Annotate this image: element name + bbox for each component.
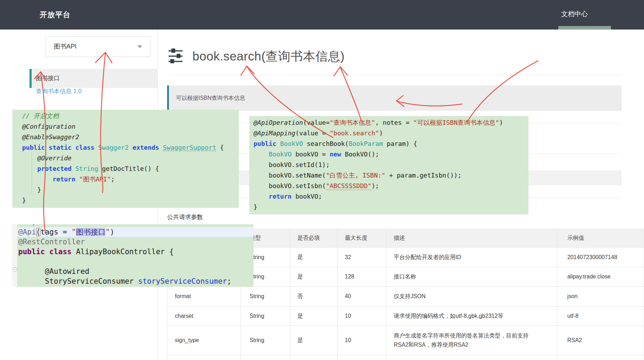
table-cell-empty: [290, 355, 337, 360]
code-line: [12, 257, 254, 266]
code-line: bookVO.setName("白雪公主, ISBN:" + param.get…: [249, 170, 528, 181]
active-group-bar: [29, 69, 32, 88]
code-line: // 开启文档: [12, 111, 239, 121]
info-banner: 可以根据ISBN查询书本信息: [167, 85, 622, 111]
code-line: bookVO.setIsbn("ABCSSSSDDD");: [249, 181, 528, 191]
chevron-down-icon: [137, 45, 142, 48]
page-title: book.search(查询书本信息): [192, 48, 344, 65]
nav-item-doc-center[interactable]: 文档中心: [558, 0, 591, 30]
table-cell-type: String: [241, 287, 290, 307]
code-line: StoryServiceConsumer storyServiceConsume…: [12, 276, 254, 286]
sliders-icon: [169, 48, 184, 65]
code-line: @ApiOperation(value="查询书本信息", notes = "可…: [249, 117, 528, 128]
table-cell-example: utf-8: [557, 307, 644, 326]
sidebar-item-doc-link[interactable]: 查询书本信息 1.0: [36, 87, 81, 96]
table-cell-example: json: [557, 287, 644, 307]
code-line: bookVO.setId(1);: [249, 160, 528, 170]
code-line: protected String getDocTitle() {: [12, 163, 239, 174]
table-cell-empty: [167, 355, 241, 360]
table-cell-max_len: 32: [337, 248, 386, 267]
editor-gutter: [12, 224, 18, 287]
table-row-partial: [167, 355, 644, 360]
table-cell-required: 是: [290, 267, 337, 287]
table-row: formatString否40仅支持JSONjson: [167, 287, 644, 307]
column-header: 描述: [386, 229, 557, 248]
code-screenshot-search-method: @ApiOperation(value="查询书本信息", notes = "可…: [249, 116, 528, 214]
info-banner-text: 可以根据ISBN查询书本信息: [176, 85, 245, 111]
code-line: @Autowired: [12, 266, 254, 276]
table-row: charsetString是10请求使用的编码格式，如utf-8,gbk,gb2…: [167, 307, 644, 326]
table-cell-desc: 接口名称: [386, 267, 557, 287]
table-cell-example: 2014072300007148: [557, 248, 644, 267]
table-cell-required: 是: [290, 326, 337, 355]
table-cell-empty: [386, 355, 557, 360]
code-line: @RestController: [12, 237, 254, 247]
indent-guide: [32, 153, 32, 194]
table-cell-max_len: 10: [337, 326, 386, 355]
table-cell-type: String: [241, 326, 290, 355]
column-header: 最大长度: [337, 229, 386, 248]
code-line: return "图书API";: [12, 174, 239, 185]
sidebar-item-book-api-group[interactable]: 图书接口: [29, 69, 157, 88]
divider: [167, 75, 622, 76]
table-cell-empty: [337, 355, 386, 360]
code-line: public BookVO searchBook(BookParam param…: [249, 139, 528, 149]
code-line: @Api(tags = "图书接口"): [12, 227, 254, 237]
sidebar-group-label: 图书接口: [36, 69, 60, 88]
code-line: BookVO bookVO = new BookVO();: [249, 149, 528, 160]
table-cell-param: charset: [167, 307, 241, 326]
table-row: sign_typeString是10商户生成签名字符串所使用的签名算法类型，目前…: [167, 326, 644, 355]
api-select-dropdown[interactable]: 图书API: [46, 36, 151, 57]
table-cell-required: 是: [290, 307, 337, 326]
table-cell-empty: [241, 355, 290, 360]
collapse-minus-icon: −: [13, 267, 17, 272]
table-cell-desc: 平台分配给开发者的应用ID: [386, 248, 557, 267]
table-cell-empty: [557, 355, 644, 360]
active-tab-indicator: [558, 26, 611, 30]
table-cell-example: RSA2: [557, 326, 644, 355]
code-screenshot-book-controller: − ,@Api(tags = "图书接口")@RestControllerpub…: [12, 224, 254, 287]
code-line: ,: [12, 224, 254, 227]
code-line: }: [12, 185, 239, 195]
top-navbar: 开放平台 文档中心: [0, 0, 644, 30]
info-banner-bar: [167, 85, 169, 111]
table-cell-max_len: 40: [337, 287, 386, 307]
code-line: @Configuration: [12, 121, 239, 132]
table-cell-max_len: 128: [337, 267, 386, 287]
api-select-value: 图书API: [54, 37, 77, 57]
params-section-title: 公共请求参数: [167, 213, 203, 222]
table-cell-desc: 仅支持JSON: [386, 287, 557, 307]
page: { "navbar": { "brand": "开放平台", "doc_cent…: [0, 0, 644, 360]
code-line: @ApiMapping(value = "book.search"): [249, 128, 528, 139]
code-line: return bookVO;: [249, 191, 528, 202]
brand-title: 开放平台: [40, 0, 71, 30]
code-line: public class AlipayBookController {: [12, 247, 254, 257]
table-cell-max_len: 10: [337, 307, 386, 326]
table-cell-required: 是: [290, 248, 337, 267]
code-line: @EnableSwagger2: [12, 132, 239, 142]
table-cell-desc: 请求使用的编码格式，如utf-8,gbk,gb2312等: [386, 307, 557, 326]
code-screenshot-swagger-config: // 开启文档@Configuration@EnableSwagger2publ…: [12, 110, 239, 208]
table-cell-example: alipay.trade.close: [557, 267, 644, 287]
column-header: 是否必填: [290, 229, 337, 248]
code-line: public static class Swagger2 extends Swa…: [12, 142, 239, 153]
code-line: }: [249, 202, 528, 212]
code-line: @Override: [12, 153, 239, 163]
code-line: }: [12, 195, 239, 206]
table-cell-param: format: [167, 287, 241, 307]
table-cell-required: 否: [290, 287, 337, 307]
table-cell-param: sign_type: [167, 326, 241, 355]
column-header: 示例值: [557, 229, 644, 248]
table-cell-desc: 商户生成签名字符串所使用的签名算法类型，目前支持RSA2和RSA，推荐使用RSA…: [386, 326, 557, 355]
table-cell-type: String: [241, 307, 290, 326]
